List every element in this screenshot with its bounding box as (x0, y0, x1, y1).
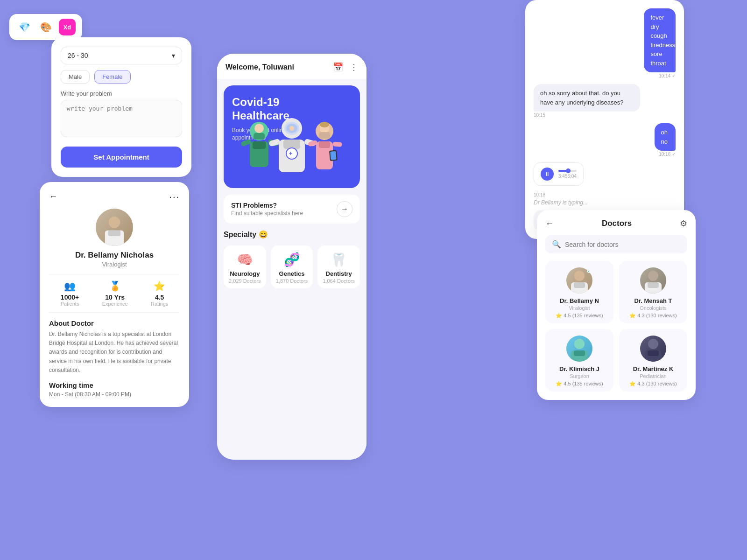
doctor-name: Dr. Bellamy Nicholas (49, 251, 180, 260)
experience-label: Experience (102, 301, 128, 307)
chat-messages: fever dry cough tiredness sore throat 10… (534, 8, 676, 197)
svg-text:+: + (289, 150, 292, 157)
msg-time-3: 10:16 ✓ (659, 152, 676, 157)
svg-point-39 (648, 339, 658, 349)
audio-elapsed: 3:45 (558, 174, 567, 179)
dentistry-name: Dentistry (321, 270, 356, 277)
ratings-icon: ⭐ (151, 280, 168, 292)
specialty-genetics[interactable]: 🧬 Genetics 1,870 Doctors (271, 245, 313, 288)
figma-icon[interactable]: 🎨 (37, 19, 54, 35)
audio-play-button[interactable]: ⏸ (541, 168, 554, 181)
search-icon: 🔍 (552, 240, 561, 249)
svg-rect-41 (648, 350, 659, 356)
gender-male[interactable]: Male (61, 70, 90, 84)
svg-rect-4 (254, 133, 265, 140)
genetics-name: Genetics (275, 270, 310, 277)
doctor-spec-bellamy: Viralogist (550, 305, 609, 311)
audio-progress-bar[interactable] (558, 170, 577, 172)
doctor-card-mensah[interactable]: Dr. Mensah T Oncologists ⭐ 4.3 (130 revi… (619, 261, 687, 323)
specialty-neurology[interactable]: 🧠 Neurology 2,029 Doctors (224, 245, 266, 288)
specialty-title: Specialty 😄 (224, 230, 360, 239)
header-icons: 📅 ⋮ (333, 62, 358, 72)
problem-label: Write your problem (61, 90, 182, 97)
main-app-panel: Welcome, Toluwani 📅 ⋮ Covid-19Healthcare… (217, 54, 366, 460)
svg-rect-27 (330, 151, 337, 160)
stat-ratings: ⭐ 4.5 Ratings (151, 280, 168, 307)
audio-message: ⏸ 3:45 5:04 (534, 162, 584, 186)
avatar-bellamy (566, 267, 592, 294)
doctor-name-mensah: Dr. Mensah T (624, 297, 683, 304)
doctor-name-bellamy: Dr. Bellamy N (550, 297, 609, 304)
avatar-martinez (640, 336, 666, 362)
doctors-back-icon[interactable]: ← (545, 219, 554, 229)
avatar-mensah (640, 267, 666, 294)
about-text: Dr. Bellamy Nicholas is a top specialist… (49, 330, 180, 375)
svg-rect-35 (648, 282, 659, 288)
svg-rect-29 (332, 141, 342, 147)
patients-icon: 👥 (61, 280, 79, 292)
svg-point-30 (574, 271, 585, 281)
svg-rect-32 (574, 282, 585, 288)
back-icon[interactable]: ← (49, 192, 57, 202)
set-appointment-button[interactable]: Set Appointment (61, 147, 182, 168)
svg-rect-2 (108, 231, 120, 236)
patients-label: Patients (61, 301, 79, 307)
audio-total: 5:04 (567, 174, 576, 179)
appointment-panel: 26 - 30 ▾ Male Female Write your problem… (51, 37, 191, 177)
doctors-header: ← Doctors ⚙ (545, 218, 687, 229)
hero-banner: Covid-19Healthcare Book your next online… (224, 85, 360, 188)
specialty-grid: 🧠 Neurology 2,029 Doctors 🧬 Genetics 1,8… (224, 245, 360, 288)
xd-icon[interactable]: Xd (59, 19, 76, 35)
genetics-icon: 🧬 (275, 252, 310, 267)
about-title: About Doctor (49, 319, 180, 327)
search-doctors-input[interactable] (565, 241, 681, 248)
audio-time: 10:18 (534, 192, 676, 197)
svg-rect-25 (319, 141, 330, 148)
filter-icon[interactable]: ⚙ (680, 218, 687, 229)
welcome-text: Welcome, Toluwani (226, 63, 294, 71)
msg-time-1: 10:14 ✓ (659, 73, 676, 78)
sti-arrow-icon[interactable]: → (337, 201, 352, 217)
doctors-title: Doctors (554, 219, 680, 228)
svg-rect-38 (574, 350, 585, 356)
sti-subtitle: Find suitable specialists here (231, 210, 303, 217)
work-title: Working time (49, 381, 180, 389)
more-menu-icon[interactable]: ⋮ (350, 62, 358, 72)
svg-rect-7 (253, 141, 266, 149)
avatar (96, 209, 133, 246)
sti-title: STI Problems? (231, 202, 303, 209)
message-in-1: oh so sorry about that. do you have any … (534, 84, 640, 112)
doctor-card-klimisch[interactable]: Dr. Klimisch J Surgeon ⭐ 4.5 (135 review… (545, 329, 613, 392)
gender-row: Male Female (61, 70, 182, 84)
stats-row: 👥 1000+ Patients 🏅 10 Yrs Experience ⭐ 4… (49, 274, 180, 313)
doctor-rating-bellamy: ⭐ 4.5 (135 reviews) (550, 313, 609, 319)
age-range-value: 26 - 30 (68, 52, 88, 59)
doctor-card-bellamy[interactable]: Dr. Bellamy N Viralogist ⭐ 4.5 (135 revi… (545, 261, 613, 323)
patients-value: 1000+ (61, 294, 79, 301)
stat-patients: 👥 1000+ Patients (61, 280, 79, 307)
typing-hint: Dr Bellamy is typing... (534, 199, 676, 206)
gender-female[interactable]: Female (94, 70, 130, 84)
age-select[interactable]: 26 - 30 ▾ (61, 47, 182, 64)
age-chevron-icon: ▾ (172, 52, 175, 59)
more-icon[interactable]: ··· (169, 191, 180, 202)
svg-point-33 (648, 271, 658, 281)
message-out-2: oh no (655, 123, 676, 151)
dentistry-icon: 🦷 (321, 252, 356, 267)
doctor-card-martinez[interactable]: Dr. Martinez K Pediatrician ⭐ 4.3 (130 r… (619, 329, 687, 392)
svg-point-13 (289, 126, 294, 131)
app-header: Welcome, Toluwani 📅 ⋮ (217, 54, 366, 79)
problem-input[interactable] (61, 100, 182, 137)
specialty-dentistry[interactable]: 🦷 Dentistry 1,064 Doctors (317, 245, 360, 288)
doctor-specialty: Viralogist (49, 261, 180, 268)
calendar-icon[interactable]: 📅 (333, 62, 343, 72)
doctor-rating-klimisch: ⭐ 4.5 (135 reviews) (550, 381, 609, 387)
genetics-count: 1,870 Doctors (275, 278, 310, 284)
sketch-icon[interactable]: 💎 (16, 19, 33, 35)
toolbar: 💎 🎨 Xd (9, 14, 82, 40)
doctor-profile-panel: ← ··· Dr. Bellamy Nicholas Viralogist 👥 … (40, 182, 189, 407)
message-out-1: fever dry cough tiredness sore throat (644, 8, 676, 72)
doctor-rating-mensah: ⭐ 4.3 (130 reviews) (624, 313, 683, 319)
neurology-icon: 🧠 (227, 252, 262, 267)
sti-card: STI Problems? Find suitable specialists … (224, 195, 360, 224)
